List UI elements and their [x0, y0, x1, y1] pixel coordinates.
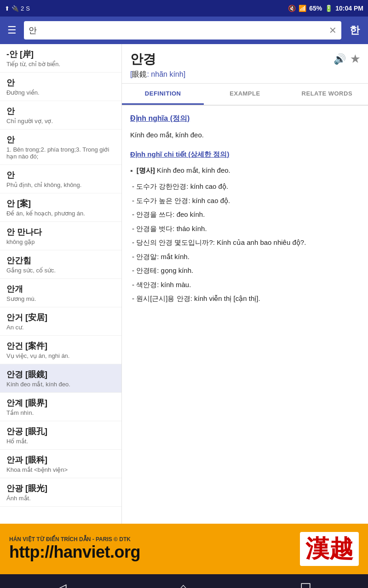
tabs-bar: DEFINITION EXAMPLE RELATE WORDS — [122, 84, 368, 106]
battery-percent: 65% — [309, 5, 322, 12]
sidebar-meaning-5: Đề án, kế hoạch, phương án. — [6, 210, 115, 217]
ad-banner[interactable]: HÁN VIỆT TỪ ĐIỂN TRÍCH DẪN - PARIS © DTK… — [0, 524, 368, 574]
recents-button[interactable]: ☐ — [291, 577, 321, 588]
bottom-nav: ◁ ⌂ ☐ — [0, 574, 368, 588]
sidebar-meaning-12: Tầm nhìn. — [6, 409, 115, 416]
ad-chinese-text: 漢越 — [300, 532, 359, 566]
sidebar-meaning-3: 1. Bên trong;2. phía trong;3. Trong giới… — [6, 146, 115, 160]
example-0: - 도수가 강한안경: kính cao độ. — [130, 181, 360, 192]
sidebar-item-11[interactable]: 안경 [眼鏡] Kính đeo mắt, kính đeo. — [0, 364, 121, 393]
sidebar-meaning-1: Đường viền. — [6, 89, 115, 96]
sidebar-item-8[interactable]: 안개 Sương mù. — [0, 279, 121, 307]
language-button[interactable]: 한 — [346, 22, 363, 39]
sidebar-word-12: 안계 [眼界] — [6, 397, 115, 408]
word-hanja: 眼鏡 — [132, 70, 147, 78]
signal-icon: ⬆ — [5, 5, 10, 12]
badge-2: 2 — [21, 5, 24, 12]
menu-button[interactable]: ☰ — [5, 22, 19, 39]
sidebar-item-6[interactable]: 안 만나다 không gặp — [0, 222, 121, 250]
sidebar-word-7: 안간힘 — [6, 255, 115, 266]
example-6: - 안경테: gọng kính. — [130, 265, 360, 277]
wifi-icon: 📶 — [299, 5, 306, 12]
content-panel: 안경 🔊 ★ [眼鏡: nhãn kính] DEFINITION EXAMPL… — [122, 44, 368, 524]
mute-icon: 🔇 — [288, 5, 296, 12]
sidebar-item-3[interactable]: 안 1. Bên trong;2. phía trong;3. Trong gi… — [0, 130, 121, 165]
sidebar-meaning-10: Vụ việc, vụ án, nghi án. — [6, 352, 115, 359]
sidebar-word-1: 안 — [6, 77, 115, 88]
example-3: - 안경을 벗다: tháo kính. — [130, 223, 360, 235]
badge-s: S — [26, 5, 30, 12]
sidebar-item-10[interactable]: 안건 [案件] Vụ việc, vụ án, nghi án. — [0, 336, 121, 364]
sidebar-item-7[interactable]: 안간힘 Gắng sức, cố sức. — [0, 250, 121, 279]
sidebar-word-5: 안 [案] — [6, 198, 115, 209]
top-bar: ☰ 안 ✕ 한 — [0, 17, 368, 44]
main-definition: Kính đeo mắt, kính đeo. — [130, 129, 360, 141]
ad-label: HÁN VIỆT TỪ ĐIỂN TRÍCH DẪN - PARIS © DTK — [9, 536, 140, 543]
example-7: - 색안경: kính màu. — [130, 279, 360, 291]
sidebar-item-5[interactable]: 안 [案] Đề án, kế hoạch, phương án. — [0, 193, 121, 222]
sidebar-word-9: 안거 [安居] — [6, 312, 115, 323]
example-1: - 도수가 높은 안경: kính cao độ. — [130, 195, 360, 207]
sidebar-item-2[interactable]: 안 Chỉ người vợ, vợ. — [0, 101, 121, 130]
sidebar-meaning-4: Phủ định, chỉ không, không. — [6, 181, 115, 188]
clock: 10:04 PM — [335, 5, 363, 12]
sidebar: -안 [岸] Tiếp từ, chỉ bờ biển. 안 Đường viề… — [0, 44, 122, 524]
home-button[interactable]: ⌂ — [170, 577, 196, 588]
ad-url: http://hanviet.org — [9, 543, 140, 562]
sidebar-item-14[interactable]: 안과 [眼科] Khoa mắt <bệnh viện> — [0, 450, 121, 478]
ad-text-block: HÁN VIỆT TỪ ĐIỂN TRÍCH DẪN - PARIS © DTK… — [9, 536, 140, 562]
sidebar-word-14: 안과 [眼科] — [6, 454, 115, 465]
tab-definition[interactable]: DEFINITION — [122, 84, 204, 105]
example-5: - 안경알: mắt kính. — [130, 251, 360, 263]
word-korean: 안경 — [130, 51, 156, 68]
word-header: 안경 🔊 ★ [眼鏡: nhãn kính] — [122, 44, 368, 84]
example-8: - 원시[근시]용 안경: kính viễn thị [cận thị]. — [130, 293, 360, 305]
sidebar-meaning-7: Gắng sức, cố sức. — [6, 267, 115, 274]
sidebar-item-9[interactable]: 안거 [安居] An cư. — [0, 307, 121, 336]
sidebar-meaning-8: Sương mù. — [6, 295, 115, 302]
sidebar-word-6: 안 만나다 — [6, 226, 115, 237]
sidebar-meaning-0: Tiếp từ, chỉ bờ biển. — [6, 61, 115, 68]
main-layout: -안 [岸] Tiếp từ, chỉ bờ biển. 안 Đường viề… — [0, 44, 368, 524]
status-bar: ⬆ 🔌 2 S 🔇 📶 65% 🔋 10:04 PM — [0, 0, 368, 17]
sidebar-word-2: 안 — [6, 106, 115, 117]
back-button[interactable]: ◁ — [47, 577, 76, 588]
bullet-marker: ▪ — [130, 164, 133, 177]
sidebar-meaning-9: An cư. — [6, 324, 115, 331]
definition-content: Định nghĩa (정의) Kính đeo mắt, kính đeo. … — [122, 106, 368, 313]
tab-relate-words[interactable]: RELATE WORDS — [286, 84, 368, 105]
bullet-entry: ▪ [명사] Kính đeo mắt, kính đeo. — [130, 164, 360, 177]
audio-button[interactable]: 🔊 — [334, 53, 346, 65]
usb-icon: 🔌 — [12, 5, 19, 12]
sidebar-word-3: 안 — [6, 134, 115, 145]
sidebar-word-10: 안건 [案件] — [6, 340, 115, 351]
star-button[interactable]: ★ — [351, 53, 360, 65]
search-clear-button[interactable]: ✕ — [329, 25, 337, 36]
tab-example[interactable]: EXAMPLE — [204, 84, 286, 105]
sidebar-word-15: 안광 [眼光] — [6, 483, 115, 494]
word-title-row: 안경 🔊 ★ — [130, 51, 360, 68]
sidebar-word-0: -안 [岸] — [6, 49, 115, 60]
search-input[interactable]: 안 — [29, 25, 329, 36]
word-romanization: nhãn kính — [151, 70, 183, 78]
sidebar-meaning-11: Kính đeo mắt, kính đeo. — [6, 381, 115, 388]
search-box: 안 ✕ — [24, 21, 341, 40]
definition-section-title[interactable]: Định nghĩa (정의) — [130, 112, 360, 124]
sidebar-meaning-14: Khoa mắt <bệnh viện> — [6, 466, 115, 473]
example-4: - 당신의 안경 몇도입니까?: Kính của anh bao nhiêu … — [130, 237, 360, 249]
sidebar-meaning-15: Ánh mắt. — [6, 495, 115, 502]
status-left-icons: ⬆ 🔌 2 S — [5, 5, 30, 12]
sidebar-meaning-13: Hố mắt. — [6, 438, 115, 445]
sidebar-word-4: 안 — [6, 170, 115, 181]
word-icons: 🔊 ★ — [334, 53, 360, 65]
sidebar-item-15[interactable]: 안광 [眼光] Ánh mắt. — [0, 478, 121, 507]
sidebar-item-0[interactable]: -안 [岸] Tiếp từ, chỉ bờ biển. — [0, 44, 121, 73]
detailed-section-title[interactable]: Định nghĩ chi tiết (상세한 정의) — [130, 148, 360, 160]
word-phonetic: [眼鏡: nhãn kính] — [130, 70, 360, 79]
battery-icon: 🔋 — [325, 5, 333, 12]
bullet-text: [명사] Kính đeo mắt, kính đeo. — [137, 164, 230, 176]
sidebar-item-13[interactable]: 안공 [眼孔] Hố mắt. — [0, 421, 121, 450]
sidebar-item-1[interactable]: 안 Đường viền. — [0, 73, 121, 101]
sidebar-item-4[interactable]: 안 Phủ định, chỉ không, không. — [0, 165, 121, 193]
sidebar-item-12[interactable]: 안계 [眼界] Tầm nhìn. — [0, 393, 121, 421]
